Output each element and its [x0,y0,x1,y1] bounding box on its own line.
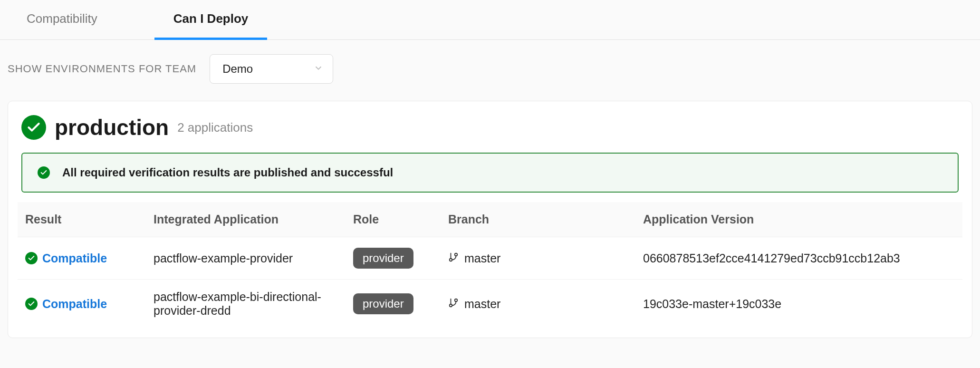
col-header-application[interactable]: Integrated Application [146,202,346,237]
role-badge: provider [353,293,413,314]
result-link[interactable]: Compatible [42,252,107,265]
application-cell: pactflow-example-provider [146,237,346,280]
git-branch-icon [448,252,459,265]
check-circle-icon [21,115,46,140]
tab-can-i-deploy[interactable]: Can I Deploy [154,0,267,40]
branch-name: master [464,252,500,265]
application-cell: pactflow-example-bi-directional-provider… [146,280,346,329]
table-row: Compatible pactflow-example-provider pro… [18,237,962,280]
environment-name: production [55,115,169,140]
environment-panel: production 2 applications All required v… [8,101,972,338]
col-header-branch[interactable]: Branch [441,202,635,237]
alert-message: All required verification results are pu… [62,166,393,179]
team-select[interactable]: Demo [210,54,333,84]
result-link[interactable]: Compatible [42,297,107,311]
branch-name: master [464,297,500,311]
check-circle-icon [25,298,38,310]
results-table: Result Integrated Application Role Branc… [18,202,962,328]
table-row: Compatible pactflow-example-bi-direction… [18,280,962,329]
check-circle-icon [25,252,38,264]
tab-compatibility[interactable]: Compatibility [8,0,116,40]
role-badge: provider [353,248,413,269]
environment-header: production 2 applications [18,111,962,149]
version-cell: 19c033e-master+19c033e [635,280,962,329]
col-header-result[interactable]: Result [18,202,146,237]
team-select-value: Demo [210,54,333,84]
tab-bar: Compatibility Can I Deploy [0,0,980,40]
filter-label: SHOW ENVIRONMENTS FOR TEAM [8,63,196,75]
success-alert: All required verification results are pu… [21,153,959,193]
version-cell: 0660878513ef2cce4141279ed73ccb91ccb12ab3 [635,237,962,280]
filter-row: SHOW ENVIRONMENTS FOR TEAM Demo [0,40,980,93]
environment-subtitle: 2 applications [177,120,253,135]
col-header-version[interactable]: Application Version [635,202,962,237]
col-header-role[interactable]: Role [346,202,441,237]
git-branch-icon [448,297,459,311]
check-circle-icon [38,166,50,179]
